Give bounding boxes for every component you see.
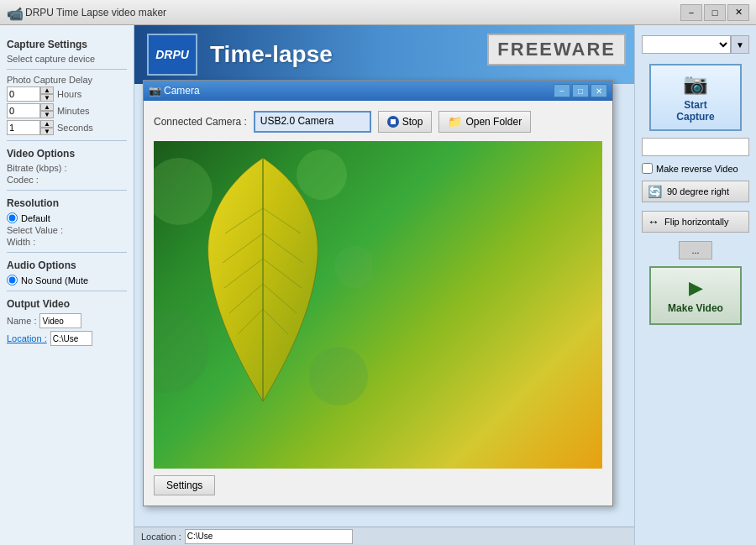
- seconds-spinners: ▲ ▼: [40, 120, 54, 135]
- minutes-spinners: ▲ ▼: [40, 103, 54, 118]
- rotate-icon: 🔄: [648, 185, 662, 198]
- minutes-down[interactable]: ▼: [40, 111, 54, 118]
- hours-down[interactable]: ▼: [40, 94, 54, 102]
- video-play-icon: ▶: [689, 277, 703, 299]
- minutes-label: Minutes: [57, 106, 90, 116]
- camera-modal-body: Connected Camera : USB2.0 Camera Stop 📁 …: [144, 101, 612, 506]
- audio-options-title: Audio Options: [7, 259, 127, 271]
- camera-controls-row: Connected Camera : USB2.0 Camera Stop 📁 …: [154, 111, 602, 133]
- camera-minimize-button[interactable]: −: [554, 84, 570, 97]
- name-input[interactable]: [39, 313, 81, 328]
- video-options-title: Video Options: [7, 148, 127, 160]
- center-area: DRPU Time-lapse FREEWARE 📷 Camera − □ ✕ …: [134, 25, 634, 545]
- minimize-button[interactable]: −: [680, 4, 702, 21]
- make-video-label: Make Video: [668, 302, 723, 314]
- title-bar: 📹 DRPU Time Lapse video maker − □ ✕: [0, 0, 756, 25]
- no-sound-label: No Sound (Mute: [21, 275, 88, 286]
- camera-dialog-icon: 📷: [149, 85, 160, 97]
- svg-point-1: [297, 149, 347, 200]
- camera-titlebar: 📷 Camera − □ ✕: [144, 81, 612, 101]
- svg-point-3: [154, 309, 208, 393]
- no-sound-row: No Sound (Mute: [7, 275, 127, 286]
- rotate-90-button[interactable]: 🔄 90 degree right: [642, 181, 749, 202]
- connected-camera-label: Connected Camera :: [154, 116, 247, 128]
- camera-dialog: 📷 Camera − □ ✕ Connected Camera : USB2.0…: [143, 80, 613, 506]
- freeware-badge: FREEWARE: [487, 34, 626, 66]
- seconds-label: Seconds: [57, 123, 93, 133]
- svg-point-2: [309, 347, 368, 406]
- default-radio-label: Default: [21, 213, 50, 223]
- no-sound-radio[interactable]: [7, 275, 18, 286]
- minutes-up[interactable]: ▲: [40, 103, 54, 111]
- camera-preview: [154, 141, 602, 469]
- title-bar-text: DRPU Time Lapse video maker: [25, 7, 680, 18]
- svg-point-0: [154, 158, 213, 225]
- hours-up[interactable]: ▲: [40, 86, 54, 94]
- location-input[interactable]: [50, 331, 92, 346]
- open-folder-label: Open Folder: [465, 116, 522, 128]
- stop-button[interactable]: Stop: [378, 111, 433, 133]
- drpu-logo: DRPU: [147, 34, 197, 76]
- device-dropdown-row: ▼: [642, 35, 749, 54]
- flip-icon: ↔: [648, 215, 659, 228]
- start-capture-button[interactable]: 📷 StartCapture: [649, 64, 742, 131]
- stop-square: [391, 119, 396, 124]
- default-radio[interactable]: [7, 212, 18, 223]
- settings-label: Settings: [166, 479, 202, 491]
- hours-row: ▲ ▼ Hours: [7, 86, 127, 102]
- device-dropdown[interactable]: [642, 35, 731, 54]
- rotate-label: 90 degree right: [667, 186, 729, 197]
- seconds-row: ▲ ▼ Seconds: [7, 120, 127, 135]
- seconds-down[interactable]: ▼: [40, 128, 54, 135]
- dropdown-arrow-button[interactable]: ▼: [731, 35, 749, 54]
- seconds-up[interactable]: ▲: [40, 120, 54, 128]
- browse-button[interactable]: ...: [679, 241, 712, 259]
- status-location: Location :: [141, 529, 353, 544]
- output-name-row: Name :: [7, 313, 127, 328]
- location-link[interactable]: Location :: [7, 333, 47, 343]
- open-folder-button[interactable]: 📁 Open Folder: [438, 111, 531, 133]
- camera-maximize-button[interactable]: □: [572, 84, 589, 97]
- flip-horizontal-button[interactable]: ↔ Flip horizontally: [642, 211, 749, 233]
- device-select-area: ▼: [642, 35, 749, 54]
- select-value-label: Select Value :: [7, 225, 127, 235]
- delay-title: Photo Capture Delay: [7, 75, 127, 85]
- reverse-video-label: Make reverse Video: [656, 164, 738, 174]
- resolution-title: Resolution: [7, 197, 127, 209]
- camera-value: USB2.0 Camera: [254, 111, 371, 133]
- camera-close-button[interactable]: ✕: [591, 84, 607, 97]
- app-title: Time-lapse: [210, 41, 333, 68]
- status-path-input[interactable]: [185, 529, 353, 544]
- camera-dialog-title: Camera: [164, 85, 552, 97]
- svg-point-4: [334, 246, 372, 288]
- flip-label: Flip horizontally: [664, 217, 728, 227]
- reverse-video-row: Make reverse Video: [642, 163, 749, 174]
- close-button[interactable]: ✕: [727, 4, 749, 21]
- title-bar-buttons: − □ ✕: [680, 4, 749, 21]
- seconds-input[interactable]: [7, 120, 40, 135]
- stop-label: Stop: [402, 116, 423, 128]
- bitrate-label: Bitrate (kbps) :: [7, 163, 127, 173]
- meta-input[interactable]: [642, 138, 749, 156]
- settings-button[interactable]: Settings: [154, 475, 215, 495]
- stop-icon: [387, 116, 399, 128]
- maximize-button[interactable]: □: [704, 4, 726, 21]
- hours-input[interactable]: [7, 86, 40, 102]
- app-icon: 📹: [7, 6, 20, 19]
- codec-label: Codec :: [7, 175, 127, 185]
- status-bar: Location :: [134, 527, 634, 545]
- start-capture-label: StartCapture: [676, 99, 714, 123]
- sidebar: Capture Settings Select capture device P…: [0, 25, 134, 545]
- make-video-button[interactable]: ▶ Make Video: [649, 266, 742, 325]
- status-location-label: Location :: [141, 532, 181, 542]
- camera-icon: 📷: [683, 72, 708, 96]
- capture-settings-title: Capture Settings: [7, 39, 127, 50]
- folder-icon: 📁: [448, 115, 462, 128]
- reverse-video-checkbox[interactable]: [642, 163, 653, 174]
- app-header: DRPU Time-lapse FREEWARE: [134, 25, 634, 84]
- default-radio-row: Default: [7, 212, 127, 223]
- minutes-input[interactable]: [7, 103, 40, 118]
- minutes-row: ▲ ▼ Minutes: [7, 103, 127, 118]
- output-video-title: Output Video: [7, 298, 127, 310]
- output-location-row: Location :: [7, 331, 127, 346]
